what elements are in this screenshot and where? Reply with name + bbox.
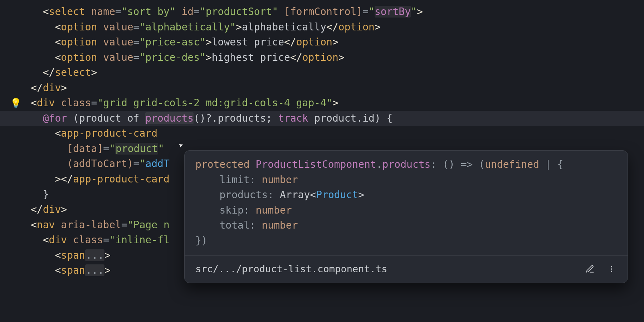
lightbulb-icon[interactable]: 💡 (10, 96, 21, 111)
code-line: </select> (0, 65, 644, 80)
code-line: <app-product-card (0, 126, 644, 141)
svg-point-1 (611, 268, 612, 270)
fold-indicator[interactable]: ... (85, 264, 105, 276)
code-editor[interactable]: <select name="sort by" id="productSort" … (0, 0, 644, 322)
code-line-current: @for (product of products()?.products; t… (0, 111, 644, 126)
svg-point-2 (611, 270, 612, 272)
code-line: <option value="price-asc">lowest price</… (0, 35, 644, 50)
svg-point-0 (611, 266, 612, 268)
hover-body: protected ProductListComponent.products:… (185, 151, 628, 255)
hover-tooltip: protected ProductListComponent.products:… (184, 150, 628, 283)
code-line: <select name="sort by" id="productSort" … (0, 4, 644, 20)
more-vertical-icon[interactable] (605, 263, 618, 275)
fold-indicator[interactable]: ... (85, 249, 105, 261)
code-line: <option value="alphabetically">alphabeti… (0, 20, 644, 35)
hover-path: src/.../product-list.component.ts (195, 262, 575, 276)
hover-footer: src/.../product-list.component.ts (185, 255, 628, 283)
code-line: <option value="price-des">highest price<… (0, 50, 644, 65)
edit-icon[interactable] (584, 263, 596, 275)
code-line: </div> (0, 80, 644, 96)
code-line: 💡<div class="grid grid-cols-2 md:grid-co… (0, 96, 644, 111)
